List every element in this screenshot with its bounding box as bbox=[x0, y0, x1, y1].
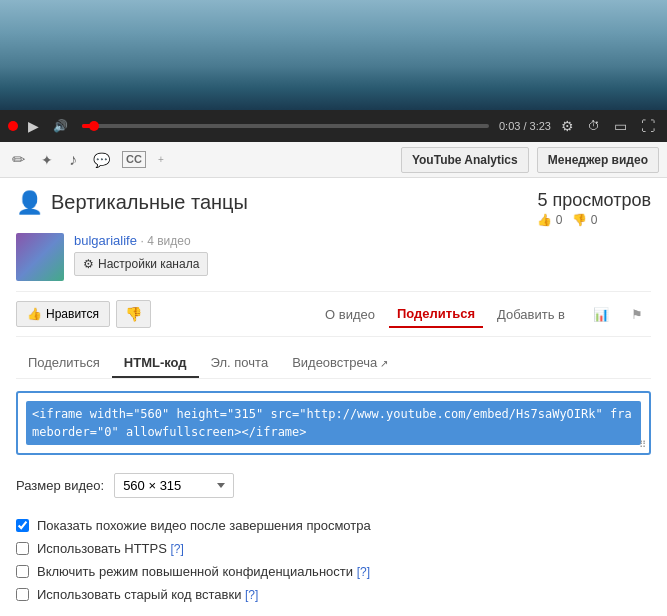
embed-code-text[interactable]: <iframe width="560" height="315" src="ht… bbox=[26, 401, 641, 445]
video-player bbox=[0, 0, 667, 110]
resize-handle[interactable]: ⠿ bbox=[639, 439, 646, 450]
channel-info-row: bulgarialife · 4 видео ⚙ Настройки канал… bbox=[16, 233, 651, 281]
tab-about[interactable]: О видео bbox=[317, 302, 383, 327]
screen-button[interactable]: ▭ bbox=[610, 116, 631, 136]
time-display: 0:03 / 3:23 bbox=[499, 120, 551, 132]
tab-add-to[interactable]: Добавить в bbox=[489, 302, 573, 327]
playhead-dot bbox=[8, 121, 18, 131]
views-section: 5 просмотров 👍 0 👎 0 bbox=[537, 190, 651, 227]
checkbox-https[interactable] bbox=[16, 542, 29, 555]
checkbox-row-2: Использовать HTTPS [?] bbox=[16, 541, 651, 556]
https-help-link[interactable]: [?] bbox=[171, 542, 184, 556]
main-content: 👤 Вертикальные танцы 5 просмотров 👍 0 👎 … bbox=[0, 178, 667, 616]
like-label: Нравится bbox=[46, 307, 99, 321]
cc-icon[interactable]: CC bbox=[122, 151, 146, 168]
flag-icon[interactable]: ⚑ bbox=[623, 302, 651, 327]
progress-thumb bbox=[89, 121, 99, 131]
share-tab-email[interactable]: Эл. почта bbox=[199, 349, 281, 378]
checkbox-https-label: Использовать HTTPS [?] bbox=[37, 541, 184, 556]
cc-plus-icon: + bbox=[154, 150, 168, 169]
volume-button[interactable]: 🔊 bbox=[49, 117, 72, 135]
youtube-analytics-button[interactable]: YouTube Analytics bbox=[401, 147, 529, 173]
channel-video-count: 4 видео bbox=[147, 234, 190, 248]
size-row: Размер видео: 560 × 315 640 × 360 853 × … bbox=[16, 467, 651, 504]
play-button[interactable]: ▶ bbox=[24, 116, 43, 136]
channel-avatar bbox=[16, 233, 64, 281]
size-label: Размер видео: bbox=[16, 478, 104, 493]
channel-type-icon: 👤 bbox=[16, 190, 43, 216]
channel-name-link[interactable]: bulgarialife bbox=[74, 233, 137, 248]
checkbox-privacy[interactable] bbox=[16, 565, 29, 578]
video-toolbar: ✏ ✦ ♪ 💬 CC + YouTube Analytics Менеджер … bbox=[0, 142, 667, 178]
thumbup-icon: 👍 bbox=[27, 307, 42, 321]
clock-button[interactable]: ⏱ bbox=[584, 117, 604, 135]
gear-icon: ⚙ bbox=[83, 257, 94, 271]
views-count: 5 просмотров bbox=[537, 190, 651, 211]
checkbox-row-3: Включить режим повышенной конфиденциальн… bbox=[16, 564, 651, 579]
checkbox-old-embed-label: Использовать старый код вставки [?] bbox=[37, 587, 258, 602]
video-manager-button[interactable]: Менеджер видео bbox=[537, 147, 659, 173]
progress-bar[interactable] bbox=[82, 124, 489, 128]
checkbox-privacy-label: Включить режим повышенной конфиденциальн… bbox=[37, 564, 370, 579]
share-tabs: Поделиться HTML-код Эл. почта Видеовстре… bbox=[16, 349, 651, 379]
checkbox-old-embed[interactable] bbox=[16, 588, 29, 601]
checkbox-similar-videos[interactable] bbox=[16, 519, 29, 532]
privacy-help-link[interactable]: [?] bbox=[357, 565, 370, 579]
checkbox-row-1: Показать похожие видео после завершения … bbox=[16, 518, 651, 533]
embed-code-box: <iframe width="560" height="315" src="ht… bbox=[16, 391, 651, 455]
tab-share[interactable]: Поделиться bbox=[389, 301, 483, 328]
thumbdown-icon: 👎 bbox=[125, 306, 142, 322]
dislike-button[interactable]: 👎 bbox=[116, 300, 151, 328]
share-tab-html[interactable]: HTML-код bbox=[112, 349, 199, 378]
likes-row: 👍 0 👎 0 bbox=[537, 213, 651, 227]
old-embed-help-link[interactable]: [?] bbox=[245, 588, 258, 602]
share-tab-videomeeting[interactable]: Видеовстреча bbox=[280, 349, 400, 378]
video-controls-bar: ▶ 🔊 0:03 / 3:23 ⚙ ⏱ ▭ ⛶ bbox=[0, 110, 667, 142]
chart-icon[interactable]: 📊 bbox=[585, 302, 617, 327]
size-select[interactable]: 560 × 315 640 × 360 853 × 480 1280 × 720 bbox=[114, 473, 234, 498]
channel-settings-button[interactable]: ⚙ Настройки канала bbox=[74, 252, 208, 276]
channel-details: bulgarialife · 4 видео ⚙ Настройки канал… bbox=[74, 233, 651, 276]
like-button[interactable]: 👍 Нравится bbox=[16, 301, 110, 327]
title-views-row: 👤 Вертикальные танцы 5 просмотров 👍 0 👎 … bbox=[16, 190, 651, 227]
share-tab-share[interactable]: Поделиться bbox=[16, 349, 112, 378]
settings-button[interactable]: ⚙ bbox=[557, 116, 578, 136]
dislikes-display: 👎 0 bbox=[572, 213, 597, 227]
chat-icon[interactable]: 💬 bbox=[89, 148, 114, 172]
channel-name-row: bulgarialife · 4 видео bbox=[74, 233, 651, 248]
pencil-icon[interactable]: ✏ bbox=[8, 146, 29, 173]
action-bar: 👍 Нравится 👎 О видео Поделиться Добавить… bbox=[16, 291, 651, 337]
wand-icon[interactable]: ✦ bbox=[37, 148, 57, 172]
note-icon[interactable]: ♪ bbox=[65, 147, 81, 173]
checkbox-similar-videos-label: Показать похожие видео после завершения … bbox=[37, 518, 371, 533]
fullscreen-button[interactable]: ⛶ bbox=[637, 116, 659, 136]
checkbox-row-4: Использовать старый код вставки [?] bbox=[16, 587, 651, 602]
video-title: Вертикальные танцы bbox=[51, 191, 248, 214]
likes-display: 👍 0 bbox=[537, 213, 562, 227]
